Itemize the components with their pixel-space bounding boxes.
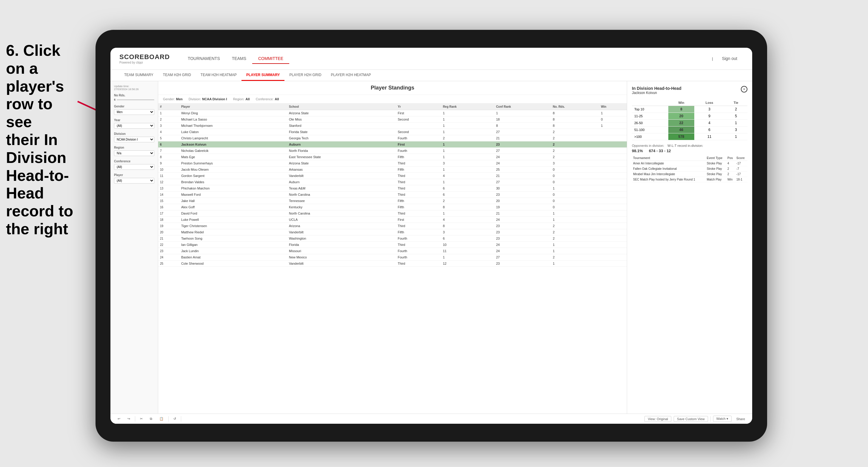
table-row[interactable]: 6 Jackson Koivun Auburn First 1 23 2 <box>158 142 627 148</box>
cell-num: 17 <box>158 210 179 217</box>
table-row[interactable]: 1 Wenyi Ding Arizona State First 1 1 8 1 <box>158 110 627 116</box>
table-row[interactable]: 23 Jack Lundin Missouri Fourth 11 24 1 <box>158 248 627 254</box>
h2h-row: 26-50 22 4 1 <box>632 120 747 127</box>
nav-separator: | <box>712 56 713 61</box>
cell-reg: 1 <box>441 142 494 148</box>
table-row[interactable]: 18 Luke Powell UCLA First 4 24 1 <box>158 217 627 223</box>
nav-teams[interactable]: TEAMS <box>226 54 252 64</box>
cell-school: Vanderbilt <box>287 229 396 236</box>
table-row[interactable]: 21 Taehoon Song Washington Fourth 6 23 2 <box>158 236 627 242</box>
player-select[interactable]: (All) <box>114 178 154 184</box>
cell-yr: Fourth <box>396 135 441 142</box>
nav-committee[interactable]: COMMITTEE <box>252 54 289 64</box>
h2h-tie: 5 <box>724 113 747 120</box>
cell-conf: 23 <box>494 223 551 229</box>
tourn-pos: 2 <box>726 166 735 172</box>
tab-team-h2h-heatmap[interactable]: TEAM H2H HEATMAP <box>196 70 242 81</box>
redo-button[interactable]: ↪ <box>125 416 132 422</box>
table-row[interactable]: 16 Alex Goff Kentucky Fifth 8 19 0 <box>158 204 627 210</box>
cell-yr: Fifth <box>396 198 441 204</box>
table-row[interactable]: 7 Nicholas Gabrelcik North Florida Fourt… <box>158 148 627 154</box>
cell-yr: Third <box>396 242 441 248</box>
rounds-slider[interactable] <box>117 99 154 100</box>
table-row[interactable]: 15 Jake Hall Tennessee Fifth 2 20 0 <box>158 198 627 204</box>
no-rds-value: 6 <box>114 98 116 101</box>
table-row[interactable]: 25 Cole Sherwood Vanderbilt Third 12 23 … <box>158 260 627 267</box>
view-original-button[interactable]: View: Original <box>645 416 671 422</box>
cell-yr: Fifth <box>396 229 441 236</box>
share-button[interactable]: Share <box>734 416 747 422</box>
table-row[interactable]: 12 Brendan Valdes Auburn Third 1 27 0 <box>158 179 627 185</box>
table-row[interactable]: 24 Bastien Amat New Mexico Fourth 1 27 2 <box>158 254 627 260</box>
table-row[interactable]: 8 Mats Ege East Tennessee State Fifth 1 … <box>158 154 627 160</box>
cell-yr: First <box>396 217 441 223</box>
copy-button[interactable]: ⧉ <box>148 416 155 422</box>
year-select[interactable]: (All) <box>114 123 154 129</box>
table-row[interactable]: 20 Matthew Riedel Vanderbilt Fifth 3 23 … <box>158 229 627 236</box>
sign-out-btn[interactable]: Sign out <box>716 54 743 64</box>
filter-bar: Gender: Men Division: NCAA Division I Re… <box>158 95 627 103</box>
table-row[interactable]: 10 Jacob Mou-Olesen Arkansas Fifth 1 25 … <box>158 166 627 173</box>
cut-button[interactable]: ✂ <box>137 416 145 422</box>
cell-yr: Third <box>396 260 441 267</box>
tourn-col-type: Event Type <box>706 155 726 161</box>
cell-conf: 24 <box>494 160 551 166</box>
cell-num: 10 <box>158 166 179 173</box>
cell-yr: Fifth <box>396 154 441 160</box>
cell-reg: 6 <box>441 236 494 242</box>
h2h-tie: 1 <box>724 133 747 140</box>
cell-num: 19 <box>158 223 179 229</box>
table-row[interactable]: 13 Phichaksn Maichon Texas A&M Third 6 3… <box>158 185 627 192</box>
h2h-row: Top 10 8 3 2 <box>632 106 747 113</box>
table-row[interactable]: 5 Christo Lamprecht Georgia Tech Fourth … <box>158 135 627 142</box>
cell-rds: 8 <box>551 110 599 116</box>
filter-conference-display: Conference: All <box>256 97 279 101</box>
paste-button[interactable]: 📋 <box>157 416 166 422</box>
h2h-range: 51-100 <box>632 127 668 133</box>
cell-rds: 3 <box>551 160 599 166</box>
tourn-pos: 2 <box>726 172 735 177</box>
table-row[interactable]: 9 Preston Summerhays Arizona State Third… <box>158 160 627 166</box>
nav-tournaments[interactable]: TOURNAMENTS <box>182 54 226 64</box>
cell-player: Wenyi Ding <box>179 110 287 116</box>
tournament-row: Fallen Oak Collegiate Invitational Strok… <box>632 166 747 172</box>
gender-select[interactable]: Men <box>114 109 154 115</box>
tab-player-summary[interactable]: PLAYER SUMMARY <box>242 70 284 81</box>
refresh-button[interactable]: ↺ <box>171 416 179 422</box>
cell-win <box>599 154 627 160</box>
h2h-close-button[interactable]: × <box>741 86 747 93</box>
cell-yr: Third <box>396 185 441 192</box>
cell-win <box>599 236 627 242</box>
conference-select[interactable]: (All) <box>114 164 154 170</box>
tab-player-h2h-heatmap[interactable]: PLAYER H2H HEATMAP <box>326 70 376 81</box>
division-select[interactable]: NCAA Division I <box>114 137 154 142</box>
table-row[interactable]: 22 Ian Gilligan Florida Third 10 24 1 <box>158 242 627 248</box>
table-row[interactable]: 3 Michael Thorbjornsen Stanford 1 8 8 1 <box>158 123 627 129</box>
watch-button[interactable]: Watch ▾ <box>713 416 732 422</box>
tab-team-h2h-grid[interactable]: TEAM H2H GRID <box>158 70 196 81</box>
h2h-loss: 4 <box>694 120 724 127</box>
table-row[interactable]: 14 Maxwell Ford North Carolina Third 6 2… <box>158 192 627 198</box>
table-row[interactable]: 11 Gordon Sargent Vanderbilt Third 4 21 … <box>158 173 627 179</box>
cell-rds: 8 <box>551 116 599 123</box>
tab-team-summary[interactable]: TEAM SUMMARY <box>119 70 158 81</box>
filter-division-display: Division: NCAA Division I <box>189 97 227 101</box>
col-num: # <box>158 103 179 110</box>
cell-reg: 10 <box>441 242 494 248</box>
cell-player: Michael La Sasso <box>179 116 287 123</box>
opponents-record: 674 - 33 - 12 <box>649 149 671 153</box>
cell-reg: 1 <box>441 166 494 173</box>
h2h-player: Jackson Koivun <box>632 91 681 95</box>
table-row[interactable]: 17 David Ford North Carolina Third 1 21 … <box>158 210 627 217</box>
cell-rds: 0 <box>551 198 599 204</box>
filter-conference: Conference (All) <box>114 160 154 170</box>
save-custom-button[interactable]: Save Custom View <box>674 416 708 422</box>
tab-player-h2h-grid[interactable]: PLAYER H2H GRID <box>284 70 326 81</box>
opponents-title: Opponents in division: W-L-T record in-d… <box>632 144 747 147</box>
bottom-toolbar: ↩ ↪ ✂ ⧉ 📋 ↺ View: Original Save Custom V… <box>111 413 752 424</box>
region-select[interactable]: N/a <box>114 150 154 156</box>
table-row[interactable]: 2 Michael La Sasso Ole Miss Second 1 18 … <box>158 116 627 123</box>
table-row[interactable]: 4 Luke Claton Florida State Second 1 27 … <box>158 129 627 135</box>
undo-button[interactable]: ↩ <box>115 416 123 422</box>
table-row[interactable]: 19 Tiger Christensen Arizona Third 8 23 … <box>158 223 627 229</box>
